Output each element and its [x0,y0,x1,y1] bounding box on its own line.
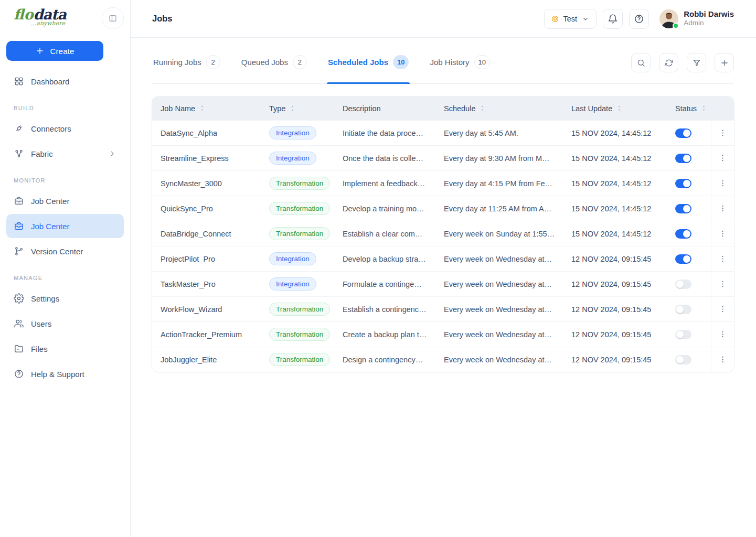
row-menu-button[interactable] [716,151,730,166]
help-button[interactable] [629,9,649,29]
cell-schedule: Every week on Wednesday at… [444,255,571,263]
cell-type: Integration [269,252,343,265]
cell-job-name: WorkFlow_Wizard [152,305,269,314]
cell-job-name: Streamline_Express [152,154,269,163]
cell-last-update: 15 NOV 2024, 14:45:12 [571,179,675,188]
status-toggle[interactable] [675,355,691,364]
sidebar-item-files[interactable]: Files [6,337,124,361]
tab-job-history[interactable]: Job History10 [429,48,491,83]
filter-button[interactable] [687,53,706,72]
row-menu-button[interactable] [716,327,730,342]
row-menu-button[interactable] [716,176,730,191]
sidebar-item-label: Users [31,319,51,328]
user-menu[interactable]: Robbi Darwis Admin [659,9,734,28]
column-label: Status [675,104,697,113]
add-job-button[interactable] [715,53,734,72]
cell-job-name: QuickSync_Pro [152,205,269,213]
row-menu-button[interactable] [716,201,730,216]
sidebar-item-help-support[interactable]: Help & Support [6,362,124,386]
cell-job-name: JobJuggler_Elite [152,356,269,364]
sidebar-item-connectors[interactable]: Connectors [6,116,124,141]
row-menu-button[interactable] [716,227,730,241]
status-toggle[interactable] [675,305,691,314]
target-icon [551,15,559,23]
chevron-right-icon [108,149,116,158]
type-badge: Transformation [269,177,330,190]
sidebar-item-label: Files [31,345,48,353]
sidebar-item-dashboard[interactable]: Dashboard [6,69,124,93]
kebab-icon [718,154,727,163]
section-label-manage: MANAGE [4,264,126,285]
status-toggle[interactable] [675,179,691,188]
sidebar-item-job-center-active[interactable]: Job Center [6,214,124,238]
sidebar-item-label: Settings [31,294,59,303]
sort-icon[interactable] [289,104,296,112]
tab-running-jobs[interactable]: Running Jobs2 [152,48,221,83]
status-toggle[interactable] [675,330,691,339]
sidebar-collapse-button[interactable] [102,7,124,29]
create-button[interactable]: Create [6,41,103,61]
environment-selector[interactable]: Test [544,9,597,29]
status-toggle[interactable] [675,154,691,163]
row-menu-button[interactable] [716,302,730,317]
sidebar-item-label: Help & Support [31,370,84,379]
cell-last-update: 12 NOV 2024, 09:15:45 [571,305,675,314]
cell-actions [711,347,734,372]
cell-description: Design a contingency… [343,356,444,364]
row-menu-button[interactable] [716,252,730,266]
sidebar-item-fabric[interactable]: Fabric [6,142,124,166]
status-toggle[interactable] [675,229,691,239]
sort-icon[interactable] [478,104,486,112]
row-menu-button[interactable] [716,352,730,367]
cell-last-update: 15 NOV 2024, 14:45:12 [571,230,675,238]
table-header-row: Job NameTypeDescriptionScheduleLast Upda… [152,96,734,120]
status-toggle[interactable] [675,204,691,213]
table-body: DataSync_AlphaIntegrationInitiate the da… [152,120,734,372]
status-toggle[interactable] [675,128,691,138]
cell-description: Once the data is colle… [343,154,444,163]
cell-schedule: Every week on Sunday at 1:55… [444,230,571,238]
kebab-icon [718,254,727,263]
tab-queued-jobs[interactable]: Queued Jobs2 [240,48,308,83]
sidebar-item-users[interactable]: Users [6,312,124,336]
type-badge: Integration [269,152,316,165]
section-label-monitor: MONITOR [4,167,126,188]
kebab-icon [718,128,727,137]
cell-status [675,280,711,289]
table-row: Streamline_ExpressIntegrationOnce the da… [152,145,734,170]
cell-schedule: Every week on Wednesday at… [444,305,571,314]
sidebar-item-settings[interactable]: Settings [6,286,124,310]
table-row: DataBridge_ConnectTransformationEstablis… [152,221,734,246]
cell-description: Create a backup plan t… [343,330,444,339]
table-row: TaskMaster_ProIntegrationFormulate a con… [152,271,734,296]
cell-status [675,154,711,163]
sort-icon[interactable] [700,104,708,112]
column-label: Type [269,104,285,113]
tab-scheduled-jobs[interactable]: Scheduled Jobs10 [327,48,410,83]
sort-icon[interactable] [198,104,206,112]
cell-description: Develop a backup stra… [343,255,444,263]
online-status-dot [673,23,679,29]
cell-last-update: 15 NOV 2024, 14:45:12 [571,129,675,137]
type-badge: Transformation [269,227,330,240]
table-row: DataSync_AlphaIntegrationInitiate the da… [152,120,734,145]
logo: flodata ...anywhere [14,7,66,26]
search-button[interactable] [631,53,651,72]
cell-status [675,305,711,314]
sidebar-item-label: Job Center [31,197,69,206]
tabs-row: Running Jobs2Queued Jobs2Scheduled Jobs1… [152,48,734,84]
notifications-button[interactable] [603,9,623,29]
refresh-button[interactable] [659,53,678,72]
status-toggle[interactable] [675,254,691,264]
cell-job-name: DataBridge_Connect [152,230,269,238]
table-toolbar [631,48,734,72]
sidebar-item-job-center[interactable]: Job Center [6,189,124,213]
sidebar-item-version-center[interactable]: Version Center [6,239,124,263]
sort-icon[interactable] [615,104,623,112]
row-menu-button[interactable] [716,277,730,292]
row-menu-button[interactable] [716,126,730,141]
type-badge: Integration [269,277,316,291]
plus-icon [35,46,45,56]
cell-status [675,254,711,264]
status-toggle[interactable] [675,280,691,289]
